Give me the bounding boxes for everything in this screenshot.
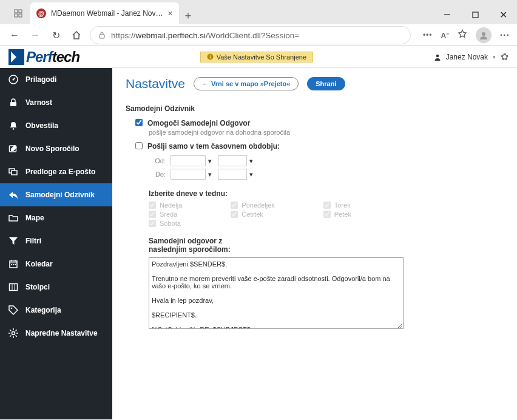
day-tue-checkbox[interactable]: Torek [323,202,351,209]
days-label: Izberite dneve v tednu: [149,189,504,198]
profile-avatar-icon[interactable] [476,27,492,43]
message-label: Samodejni odgovor z naslednjim sporočilo… [149,237,258,254]
browser-menu-icon[interactable]: ··· [500,30,510,41]
section-title: Samodejni Odzivnik [126,104,504,113]
sidebar-item-novo-sporocilo[interactable]: Novo Sporočilo [0,137,112,160]
tab-list-button[interactable] [6,2,30,24]
svg-line-37 [16,336,17,337]
favicon-icon: @ [36,8,46,18]
info-icon [207,53,214,60]
svg-line-39 [16,330,17,331]
svg-point-30 [11,308,13,310]
to-date-dropdown-icon[interactable]: ▾ [208,171,215,178]
svg-point-7 [482,32,485,36]
day-sun-checkbox[interactable]: Nedelja [149,202,182,209]
sidebar-item-kategorija[interactable]: Kategorija [0,299,112,322]
sidebar-item-koledar[interactable]: Koledar [0,252,112,276]
settings-gear-icon[interactable]: ✿ [501,51,509,63]
svg-point-16 [13,128,15,130]
svg-rect-26 [15,264,16,265]
sidebar-item-samodejni-odzivnik[interactable]: Samodejni Odzivnik [0,183,112,206]
url-text: https://webmail.perftech.si/WorldClient.… [111,31,299,40]
svg-rect-2 [15,14,18,17]
sidebar-item-predloge[interactable]: Predloge za E-pošto [0,160,112,183]
lock-icon [98,31,106,39]
browser-tab[interactable]: @ MDaemon Webmail - Janez Nov… × [30,2,179,24]
more-options-icon[interactable]: ••• [423,31,433,39]
svg-rect-6 [100,35,104,38]
from-time-dropdown-icon[interactable]: ▾ [249,157,257,165]
from-time-input[interactable] [218,155,247,166]
save-button[interactable]: Shrani [307,77,345,90]
folder-icon [8,213,18,223]
columns-icon [8,282,18,292]
svg-rect-25 [13,264,14,265]
day-sat-checkbox[interactable]: Sobota [149,220,182,227]
read-aloud-icon[interactable]: A» [441,31,449,40]
lock-icon [8,98,18,107]
dashboard-icon [8,75,18,84]
svg-rect-9 [209,56,210,59]
enable-hint: pošlje samodejni odgovor na dohodna spor… [149,129,504,136]
filter-icon [8,236,18,246]
sidebar-item-napredne[interactable]: Napredne Nastavitve [0,322,112,345]
user-name-label[interactable]: Janez Novak [446,53,488,61]
tag-icon [8,305,18,315]
day-wed-checkbox[interactable]: Sreda [149,211,182,218]
svg-rect-10 [209,55,210,55]
compose-icon [8,144,18,154]
to-date-input[interactable] [171,169,206,180]
nav-home-button[interactable] [69,28,84,42]
sidebar-item-obvestila[interactable]: Obvestila [0,114,112,137]
svg-point-11 [436,54,439,57]
tab-close-button[interactable]: × [168,8,173,18]
day-mon-checkbox[interactable]: Ponedeljek [231,202,274,209]
time-range-checkbox[interactable]: Pošlji samo v tem časovnem obdobju: [135,142,504,151]
url-bar[interactable]: https://webmail.perftech.si/WorldClient.… [90,26,411,44]
sidebar-item-mape[interactable]: Mape [0,206,112,229]
sidebar-item-prilagodi[interactable]: Prilagodi [0,68,112,91]
app-logo[interactable]: Perftech [8,49,79,66]
logo-icon [8,49,24,65]
svg-rect-19 [12,171,17,175]
window-minimize-button[interactable] [433,5,461,24]
advanced-icon [8,328,18,338]
settings-saved-notice: Vaše Nastavitve So Shranjene [200,52,313,63]
svg-rect-3 [19,14,22,17]
sidebar-item-varnost[interactable]: Varnost [0,91,112,114]
svg-line-38 [10,336,11,337]
nav-forward-button: → [28,28,42,42]
sidebar-item-stolpci[interactable]: Stolpci [0,276,112,299]
svg-rect-1 [19,10,22,13]
window-maximize-button[interactable] [461,5,489,24]
from-date-input[interactable] [171,155,206,166]
sidebar-item-filtri[interactable]: Filtri [0,229,112,252]
from-label: Od: [149,157,166,164]
favorites-icon[interactable] [458,29,467,41]
enable-autoresponder-checkbox[interactable]: Omogoči Samodejni Odgovor [135,119,504,127]
bell-icon [8,121,18,130]
from-date-dropdown-icon[interactable]: ▾ [208,157,215,165]
calendar-icon [8,259,18,269]
nav-refresh-button[interactable]: ↻ [49,28,63,42]
day-thu-checkbox[interactable]: Četrtek [231,211,274,218]
svg-line-36 [10,330,11,331]
day-fri-checkbox[interactable]: Petek [323,211,351,218]
user-menu-caret[interactable]: ▾ [493,54,496,60]
svg-rect-15 [10,102,16,106]
to-time-dropdown-icon[interactable]: ▾ [249,171,257,178]
nav-back-button[interactable]: ← [7,28,22,42]
autoresponder-message-textarea[interactable] [149,257,404,329]
svg-rect-0 [15,10,18,13]
tab-title: MDaemon Webmail - Janez Nov… [51,9,163,18]
reply-icon [8,190,18,200]
svg-rect-27 [10,284,18,291]
back-to-inbox-button[interactable]: ← Vrni se v mapo »Prejeto« [194,77,299,90]
to-time-input[interactable] [218,169,247,180]
arrow-left-icon: ← [202,80,209,87]
user-icon [434,53,441,61]
window-close-button[interactable]: ✕ [489,5,517,24]
page-title: Nastavitve [126,76,185,91]
new-tab-button[interactable]: ＋ [179,6,197,24]
sidebar: Prilagodi Varnost Obvestila Novo Sporoči… [0,46,112,419]
